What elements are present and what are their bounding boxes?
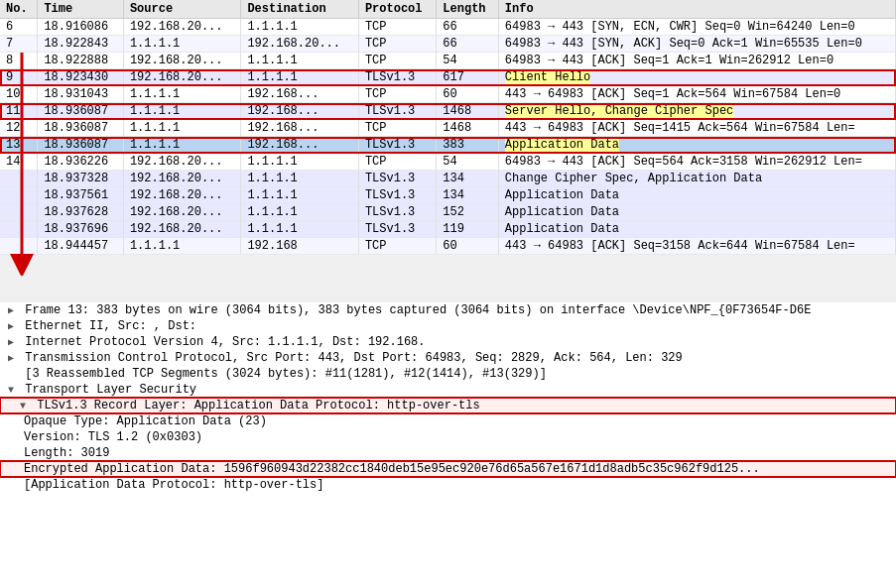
info-cell: Change Cipher Spec, Application Data bbox=[498, 171, 895, 187]
length-text: Length: 3019 bbox=[24, 446, 109, 460]
time-cell: 18.923430 bbox=[38, 69, 123, 86]
tls-section-text: Transport Layer Security bbox=[25, 383, 196, 397]
proto-cell: TCP bbox=[358, 36, 436, 53]
ethernet-collapse-icon: ▶ bbox=[8, 321, 14, 332]
table-row[interactable]: 1118.9360871.1.1.1192.168...TLSv1.31468S… bbox=[0, 103, 896, 120]
time-cell: 18.936087 bbox=[38, 137, 123, 154]
col-protocol: Protocol bbox=[358, 0, 436, 19]
table-row[interactable]: 1018.9310431.1.1.1192.168...TCP60443 → 6… bbox=[0, 86, 896, 103]
proto-cell: TCP bbox=[358, 19, 436, 36]
time-cell: 18.937561 bbox=[38, 187, 123, 204]
table-row[interactable]: 18.937696192.168.20...1.1.1.1TLSv1.3119A… bbox=[0, 221, 896, 238]
app-data-protocol-row: [Application Data Protocol: http-over-tl… bbox=[0, 477, 896, 493]
length-row: Length: 3019 bbox=[0, 445, 896, 461]
proto-cell: TCP bbox=[358, 53, 436, 69]
table-row[interactable]: 918.923430192.168.20...1.1.1.1TLSv1.3617… bbox=[0, 69, 896, 86]
src-cell: 1.1.1.1 bbox=[123, 238, 241, 255]
proto-cell: TLSv1.3 bbox=[358, 204, 436, 221]
len-cell: 1468 bbox=[437, 120, 498, 137]
len-cell: 134 bbox=[437, 187, 498, 204]
proto-cell: TLSv1.3 bbox=[358, 137, 436, 154]
encrypted-data-row[interactable]: Encrypted Application Data: 1596f960943d… bbox=[0, 461, 896, 477]
len-cell: 60 bbox=[437, 86, 498, 103]
info-cell: Application Data bbox=[498, 187, 895, 204]
version-row: Version: TLS 1.2 (0x0303) bbox=[0, 429, 896, 445]
segments-detail-row: ▶ [3 Reassembled TCP Segments (3024 byte… bbox=[0, 366, 896, 382]
frame-detail-row: ▶ Frame 13: 383 bytes on wire (3064 bits… bbox=[0, 302, 896, 318]
info-cell: 64983 → 443 [ACK] Seq=564 Ack=3158 Win=2… bbox=[498, 154, 895, 171]
len-cell: 1468 bbox=[437, 103, 498, 120]
tcp-collapse-icon: ▶ bbox=[8, 353, 14, 364]
ethernet-detail-text: Ethernet II, Src: , Dst: bbox=[25, 319, 196, 333]
col-source: Source bbox=[123, 0, 241, 19]
src-cell: 192.168.20... bbox=[123, 69, 241, 86]
time-cell: 18.922843 bbox=[38, 36, 123, 53]
col-time: Time bbox=[38, 0, 123, 19]
tls-record-expand-icon: ▼ bbox=[20, 401, 26, 412]
src-cell: 192.168.20... bbox=[123, 171, 241, 187]
table-row[interactable]: 18.937628192.168.20...1.1.1.1TLSv1.3152A… bbox=[0, 204, 896, 221]
table-row[interactable]: 18.9444571.1.1.1192.168TCP60443 → 64983 … bbox=[0, 238, 896, 255]
opaque-type-row: Opaque Type: Application Data (23) bbox=[0, 413, 896, 429]
col-no: No. bbox=[0, 0, 38, 19]
tls-record-text: TLSv1.3 Record Layer: Application Data P… bbox=[37, 399, 479, 412]
src-cell: 192.168.20... bbox=[123, 154, 241, 171]
src-cell: 192.168.20... bbox=[123, 187, 241, 204]
info-cell: 64983 → 443 [SYN, ECN, CWR] Seq=0 Win=64… bbox=[498, 19, 895, 36]
time-cell: 18.931043 bbox=[38, 86, 123, 103]
time-cell: 18.937628 bbox=[38, 204, 123, 221]
dst-cell: 192.168... bbox=[241, 103, 359, 120]
info-cell: Application Data bbox=[498, 221, 895, 238]
proto-cell: TLSv1.3 bbox=[358, 221, 436, 238]
col-info: Info bbox=[498, 0, 895, 19]
proto-cell: TLSv1.3 bbox=[358, 103, 436, 120]
src-cell: 1.1.1.1 bbox=[123, 86, 241, 103]
col-destination: Destination bbox=[241, 0, 359, 19]
table-row[interactable]: 718.9228431.1.1.1192.168.20...TCP6664983… bbox=[0, 36, 896, 53]
proto-cell: TLSv1.3 bbox=[358, 171, 436, 187]
time-cell: 18.936087 bbox=[38, 103, 123, 120]
dst-cell: 1.1.1.1 bbox=[241, 19, 359, 36]
table-header-row: No. Time Source Destination Protocol Len… bbox=[0, 0, 896, 19]
table-row[interactable]: 1318.9360871.1.1.1192.168...TLSv1.3383Ap… bbox=[0, 137, 896, 154]
dst-cell: 1.1.1.1 bbox=[241, 221, 359, 238]
src-cell: 192.168.20... bbox=[123, 204, 241, 221]
time-cell: 18.936087 bbox=[38, 120, 123, 137]
tls-record-row[interactable]: ▼ TLSv1.3 Record Layer: Application Data… bbox=[0, 398, 896, 413]
tls-expand-icon: ▼ bbox=[8, 385, 14, 396]
table-row[interactable]: 18.937328192.168.20...1.1.1.1TLSv1.3134C… bbox=[0, 171, 896, 187]
time-cell: 18.936226 bbox=[38, 154, 123, 171]
proto-cell: TLSv1.3 bbox=[358, 187, 436, 204]
len-cell: 152 bbox=[437, 204, 498, 221]
table-row[interactable]: 1218.9360871.1.1.1192.168...TCP1468443 →… bbox=[0, 120, 896, 137]
table-row[interactable]: 18.937561192.168.20...1.1.1.1TLSv1.3134A… bbox=[0, 187, 896, 204]
table-row[interactable]: 818.922888192.168.20...1.1.1.1TCP5464983… bbox=[0, 53, 896, 69]
dst-cell: 192.168.20... bbox=[241, 36, 359, 53]
src-cell: 192.168.20... bbox=[123, 53, 241, 69]
len-cell: 54 bbox=[437, 53, 498, 69]
src-cell: 1.1.1.1 bbox=[123, 120, 241, 137]
red-arrow-icon bbox=[4, 48, 40, 276]
tcp-detail-row: ▶ Transmission Control Protocol, Src Por… bbox=[0, 350, 896, 366]
packet-rows: 618.916086192.168.20...1.1.1.1TCP6664983… bbox=[0, 19, 896, 255]
dst-cell: 192.168 bbox=[241, 238, 359, 255]
len-cell: 617 bbox=[437, 69, 498, 86]
len-cell: 54 bbox=[437, 154, 498, 171]
time-cell: 18.937328 bbox=[38, 171, 123, 187]
table-row[interactable]: 618.916086192.168.20...1.1.1.1TCP6664983… bbox=[0, 19, 896, 36]
ip-collapse-icon: ▶ bbox=[8, 337, 14, 348]
info-cell: 64983 → 443 [ACK] Seq=1 Ack=1 Win=262912… bbox=[498, 53, 895, 69]
len-cell: 60 bbox=[437, 238, 498, 255]
dst-cell: 192.168... bbox=[241, 120, 359, 137]
segments-detail-text: [3 Reassembled TCP Segments (3024 bytes)… bbox=[25, 367, 547, 381]
dst-cell: 1.1.1.1 bbox=[241, 53, 359, 69]
info-cell: 443 → 64983 [ACK] Seq=1415 Ack=564 Win=6… bbox=[498, 120, 895, 137]
info-cell: 64983 → 443 [SYN, ACK] Seq=0 Ack=1 Win=6… bbox=[498, 36, 895, 53]
dst-cell: 1.1.1.1 bbox=[241, 69, 359, 86]
len-cell: 119 bbox=[437, 221, 498, 238]
time-cell: 18.922888 bbox=[38, 53, 123, 69]
ip-detail-text: Internet Protocol Version 4, Src: 1.1.1.… bbox=[25, 335, 425, 349]
dst-cell: 192.168... bbox=[241, 137, 359, 154]
info-cell: Client Hello bbox=[498, 69, 895, 86]
table-row[interactable]: 1418.936226192.168.20...1.1.1.1TCP546498… bbox=[0, 154, 896, 171]
